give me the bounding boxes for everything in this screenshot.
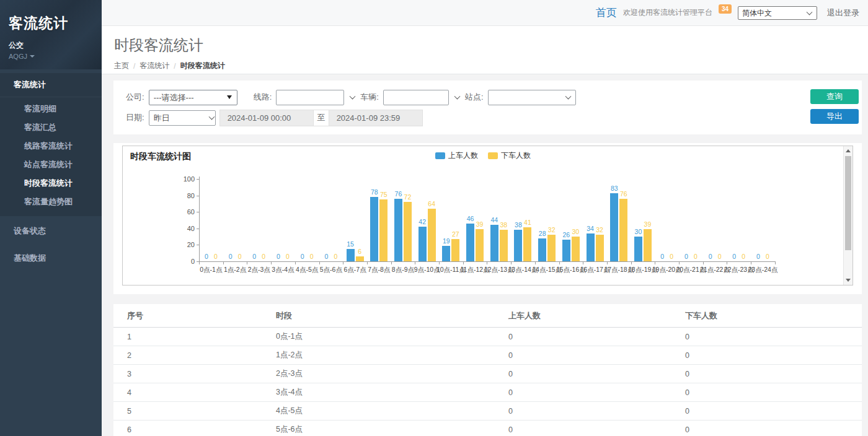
date-preset-select[interactable]: 昨日 — [149, 110, 216, 126]
date-label: 日期: — [126, 112, 144, 123]
y-tick-mark — [197, 196, 199, 196]
x-tick-mark — [367, 261, 368, 264]
bar-下车人数[interactable] — [619, 199, 627, 261]
home-link[interactable]: 首页 — [596, 6, 617, 20]
table-cell: 3点-4点 — [276, 383, 508, 402]
bar-value-label: 72 — [399, 193, 415, 201]
bar-下车人数[interactable] — [523, 227, 531, 261]
scroll-down-icon[interactable] — [844, 276, 852, 285]
bar-下车人数[interactable] — [572, 237, 580, 261]
bar-下车人数[interactable] — [644, 229, 652, 261]
bar-下车人数[interactable] — [379, 199, 388, 261]
sidebar-item-站点客流统计[interactable]: 站点客流统计 — [0, 155, 102, 174]
table-row: 32点-3点00 — [113, 365, 862, 383]
bar-上车人数[interactable] — [418, 227, 427, 261]
bar-上车人数[interactable] — [610, 193, 618, 261]
breadcrumb-separator: / — [133, 62, 135, 71]
company-select[interactable]: ---请选择--- — [149, 90, 237, 105]
sidebar-item-客流统计[interactable]: 客流统计 — [0, 73, 102, 97]
export-button[interactable]: 导出 — [810, 109, 859, 124]
sidebar-section-客流统计: 客流统计客流明细客流汇总线路客流统计站点客流统计时段客流统计客流量趋势图 — [0, 73, 102, 216]
legend-item-下车人数[interactable]: 下车人数 — [488, 150, 531, 161]
bar-上车人数[interactable] — [490, 225, 498, 261]
date-from-input[interactable]: 2024-01-09 00:00 — [219, 110, 314, 126]
bar-下车人数[interactable] — [596, 235, 604, 261]
table-cell: 0 — [508, 328, 685, 346]
x-tick-mark — [271, 261, 272, 264]
bar-value-label: 32 — [591, 226, 608, 233]
table-header-cell: 上车人数 — [508, 304, 685, 328]
legend-label: 上车人数 — [448, 150, 478, 161]
bar-value-label: 0 — [735, 253, 751, 260]
bar-上车人数[interactable] — [442, 246, 450, 261]
language-select[interactable]: 简体中文 — [738, 6, 817, 20]
bar-上车人数[interactable] — [514, 230, 522, 261]
table-cell: 5 — [113, 402, 276, 421]
bar-上车人数[interactable] — [587, 233, 595, 261]
app-logo: 客流统计 — [9, 14, 93, 33]
sidebar-item-客流量趋势图[interactable]: 客流量趋势图 — [0, 193, 102, 211]
bar-下车人数[interactable] — [547, 235, 556, 261]
query-button[interactable]: 查询 — [810, 89, 859, 104]
bar-上车人数[interactable] — [370, 197, 378, 261]
table-row: 21点-2点00 — [113, 346, 862, 365]
content: 公司: ---请选择--- 线路: 车辆: — [102, 74, 868, 436]
table-cell: 1 — [113, 328, 276, 346]
vehicle-select[interactable] — [383, 90, 449, 105]
sidebar-item-设备状态[interactable]: 设备状态 — [0, 219, 102, 243]
x-tick-mark — [559, 261, 560, 264]
breadcrumb-item[interactable]: 主页 — [114, 61, 129, 71]
sidebar-item-客流汇总[interactable]: 客流汇总 — [0, 118, 102, 137]
y-tick-label: 20 — [176, 241, 195, 248]
x-tick-mark — [415, 261, 415, 264]
table-cell: 5点-6点 — [276, 421, 508, 436]
table-cell: 0 — [685, 383, 862, 402]
org-code-dropdown[interactable]: AQGJ — [9, 53, 93, 60]
filter-row-2: 日期: 昨日 2024-01-09 00:00 至 2024-01-09 23:… — [126, 110, 862, 126]
scrollbar-thumb[interactable] — [845, 156, 851, 250]
x-tick-mark — [703, 261, 704, 264]
y-tick-label: 0 — [176, 258, 195, 265]
x-tick-mark — [295, 261, 296, 264]
caret-down-icon — [30, 55, 35, 58]
bar-上车人数[interactable] — [466, 224, 474, 261]
bar-下车人数[interactable] — [500, 230, 508, 261]
x-tick-mark — [223, 261, 224, 264]
table-row: 65点-6点00 — [113, 421, 862, 436]
bar-下车人数[interactable] — [451, 239, 459, 261]
bar-上车人数[interactable] — [562, 240, 570, 261]
sidebar-item-时段客流统计[interactable]: 时段客流统计 — [0, 174, 102, 193]
bar-value-label: 0 — [327, 253, 343, 260]
bar-value-label: 0 — [688, 253, 704, 260]
table-header-cell: 序号 — [113, 304, 276, 328]
notification-badge[interactable]: 34 — [719, 4, 732, 14]
x-tick-mark — [631, 261, 632, 264]
bar-下车人数[interactable] — [404, 202, 412, 261]
x-tick-mark — [319, 261, 320, 264]
scroll-up-icon[interactable] — [844, 146, 852, 155]
date-to-input[interactable]: 2024-01-09 23:59 — [329, 110, 423, 126]
station-select[interactable] — [488, 90, 576, 105]
line-select[interactable] — [276, 90, 344, 105]
table-header-cell: 时段 — [276, 304, 508, 328]
sidebar-item-线路客流统计[interactable]: 线路客流统计 — [0, 137, 102, 155]
bar-上车人数[interactable] — [394, 199, 402, 261]
x-category-label: 23点-24点 — [744, 266, 781, 274]
bar-上车人数[interactable] — [634, 237, 642, 261]
logout-link[interactable]: 退出登录 — [827, 7, 859, 19]
bar-value-label: 39 — [639, 220, 655, 228]
sidebar-item-基础数据[interactable]: 基础数据 — [0, 246, 102, 271]
chart-scrollbar[interactable] — [843, 146, 852, 285]
bar-value-label: 0 — [280, 253, 296, 260]
bar-下车人数[interactable] — [356, 256, 364, 261]
sidebar-item-客流明细[interactable]: 客流明细 — [0, 100, 102, 118]
x-tick-mark — [655, 261, 655, 264]
bar-下车人数[interactable] — [476, 229, 484, 261]
breadcrumb: 主页/客流统计/时段客流统计 — [114, 61, 868, 71]
bar-下车人数[interactable] — [428, 209, 436, 261]
legend-item-上车人数[interactable]: 上车人数 — [435, 150, 478, 161]
breadcrumb-item[interactable]: 客流统计 — [140, 61, 169, 71]
bar-上车人数[interactable] — [538, 238, 546, 261]
bar-value-label: 32 — [544, 226, 560, 233]
table-row: 43点-4点00 — [113, 383, 862, 402]
